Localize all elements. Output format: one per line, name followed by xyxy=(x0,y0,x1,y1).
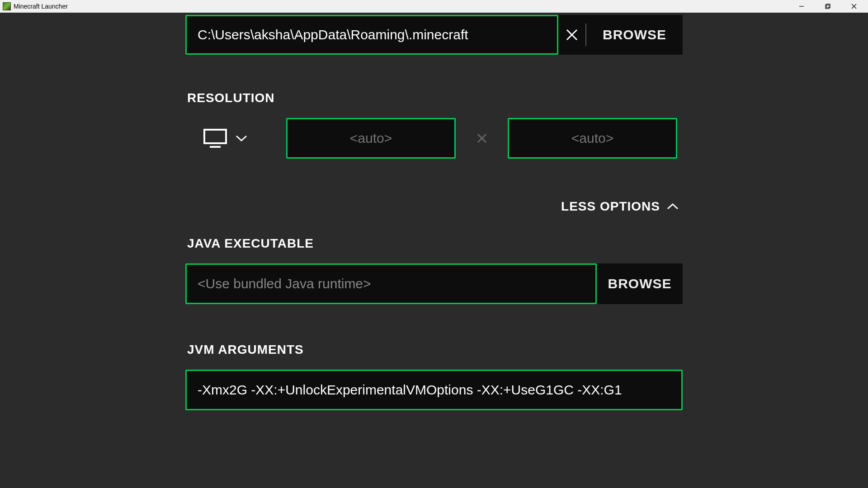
close-icon xyxy=(851,3,857,9)
svg-rect-1 xyxy=(826,5,829,9)
maximize-button[interactable] xyxy=(815,0,841,13)
game-directory-input-wrap[interactable] xyxy=(185,15,558,55)
java-executable-heading: JAVA EXECUTABLE xyxy=(185,236,683,251)
resolution-separator xyxy=(456,132,508,145)
monitor-icon xyxy=(203,129,227,148)
minimize-icon xyxy=(798,3,805,9)
less-options-label: LESS OPTIONS xyxy=(561,199,660,214)
window-titlebar: Minecraft Launcher xyxy=(0,0,868,13)
browse-directory-button[interactable]: BROWSE xyxy=(586,15,683,55)
close-icon xyxy=(564,27,580,42)
resolution-height-input-wrap[interactable] xyxy=(508,118,677,159)
svg-rect-2 xyxy=(826,4,830,8)
game-directory-input[interactable] xyxy=(198,27,546,42)
browse-label: BROWSE xyxy=(608,276,672,291)
java-executable-input[interactable] xyxy=(198,276,585,291)
maximize-icon xyxy=(825,3,831,9)
resolution-height-input[interactable] xyxy=(509,131,676,146)
jvm-arguments-input-wrap[interactable] xyxy=(185,370,683,410)
chevron-down-icon xyxy=(235,135,248,142)
resolution-row xyxy=(185,118,683,159)
java-executable-input-wrap[interactable] xyxy=(185,263,597,304)
close-button[interactable] xyxy=(841,0,867,13)
jvm-arguments-input[interactable] xyxy=(198,382,670,398)
resolution-preset-dropdown[interactable] xyxy=(203,129,248,148)
browse-java-button[interactable]: BROWSE xyxy=(597,263,683,304)
app-icon xyxy=(3,2,11,10)
java-executable-row: BROWSE xyxy=(185,263,683,304)
svg-rect-7 xyxy=(204,130,226,143)
jvm-arguments-heading: JVM ARGUMENTS xyxy=(185,343,683,357)
less-options-toggle[interactable]: LESS OPTIONS xyxy=(185,199,683,214)
browse-label: BROWSE xyxy=(603,27,666,42)
game-directory-row: BROWSE xyxy=(185,15,683,55)
window-title: Minecraft Launcher xyxy=(14,3,68,10)
resolution-heading: RESOLUTION xyxy=(185,91,683,105)
clear-directory-button[interactable] xyxy=(558,15,585,55)
resolution-width-input-wrap[interactable] xyxy=(286,118,456,159)
minimize-button[interactable] xyxy=(788,0,815,13)
x-icon xyxy=(476,132,488,145)
resolution-width-input[interactable] xyxy=(288,131,454,146)
chevron-up-icon xyxy=(666,203,679,210)
